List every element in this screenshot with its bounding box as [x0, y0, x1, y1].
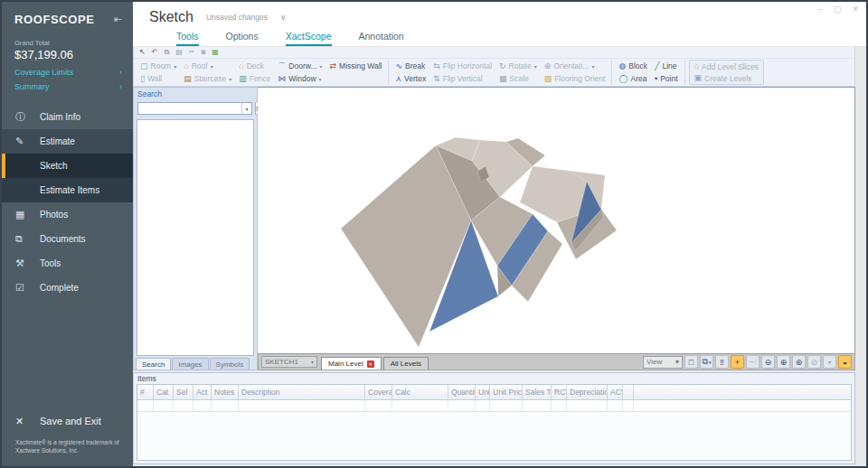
area-button[interactable]: ◯Area [616, 72, 650, 85]
pointer-icon[interactable]: ↖ [139, 49, 146, 56]
items-column-header[interactable]: RCV [552, 385, 567, 399]
items-column-header[interactable]: Sales Tax [523, 385, 552, 399]
sidebar-item-documents[interactable]: ⧉Documents [2, 227, 133, 251]
items-column-header[interactable]: Unit [476, 385, 490, 399]
vertex-button[interactable]: ⋏Vertex [392, 72, 429, 85]
minimize-button[interactable]: – [818, 5, 823, 14]
items-cell[interactable] [448, 400, 476, 411]
search-input[interactable] [138, 103, 241, 114]
level-tab-label: All Levels [391, 360, 421, 368]
view-mode-selector[interactable]: View ▾ [643, 356, 683, 369]
break-button[interactable]: ∿Break [392, 60, 429, 72]
items-column-header[interactable]: Notes [212, 385, 239, 399]
paste-icon[interactable]: ▤ [175, 49, 183, 56]
zoom-selected-button[interactable]: ⊘ [807, 355, 821, 369]
missing-wall-button[interactable]: ⇄Missing Wall [327, 60, 385, 72]
search-panel-tab-images[interactable]: Images [172, 358, 208, 370]
undo-icon[interactable]: ↶ [152, 49, 158, 56]
window-button[interactable]: ⋈Window▾ [275, 72, 325, 85]
items-cell[interactable] [623, 400, 634, 411]
items-column-header[interactable]: Description [239, 385, 365, 399]
sidebar-item-photos[interactable]: ▦Photos [2, 202, 133, 227]
tab-options[interactable]: Options [226, 31, 259, 46]
sketch-selector[interactable]: SKETCH1 ▾ [261, 356, 317, 368]
grid-icon[interactable]: ▦ [212, 49, 219, 56]
items-column-header[interactable]: Coverage [365, 385, 392, 399]
crosshair-button[interactable]: + [731, 355, 744, 369]
items-cell[interactable] [212, 400, 239, 411]
sidebar-item-tools[interactable]: ⚒Tools [2, 251, 133, 276]
sidebar-item-estimate[interactable]: ✎Estimate [2, 129, 133, 154]
items-column-header[interactable]: Calc [392, 385, 448, 399]
items-cell[interactable] [392, 400, 448, 411]
cut-icon[interactable]: ✂ [189, 49, 195, 56]
lock-icon[interactable]: ◙ [201, 49, 205, 56]
split-view-button[interactable]: ⧉▾ [700, 355, 713, 369]
close-button[interactable]: ✕ [852, 5, 859, 14]
items-cell[interactable] [174, 400, 193, 411]
scale-button: ▩Scale [496, 72, 540, 85]
sketch-canvas-column: SKETCH1 ▾ Main Level✕All Levels View ▾ □… [258, 87, 855, 370]
sidebar-link-summary[interactable]: Summary› [2, 80, 133, 94]
block-button[interactable]: ◍Block [616, 60, 650, 72]
items-cell[interactable] [239, 400, 365, 411]
items-column-header[interactable]: Cat [154, 385, 174, 399]
sketch-3d-canvas[interactable] [258, 87, 855, 354]
status-chevron-icon[interactable]: ∨ [280, 13, 287, 22]
copy-icon[interactable]: ⧉ [164, 49, 169, 56]
sidebar-collapse-icon[interactable]: ⇤ [114, 14, 122, 25]
items-cell[interactable] [365, 400, 392, 411]
search-panel-tab-symbols[interactable]: Symbols [210, 358, 250, 370]
sidebar-item-sketch[interactable]: Sketch [2, 154, 133, 178]
line-button[interactable]: ╱Line [652, 60, 681, 72]
items-column-header[interactable]: # [137, 385, 154, 399]
zoom-out-button[interactable]: ⊖ [761, 355, 775, 369]
blank-toggle-button[interactable]: ▫ [823, 355, 836, 369]
tab-annotation[interactable]: Annotation [359, 31, 404, 46]
items-cell[interactable] [567, 400, 608, 411]
maximize-button[interactable]: ▢ [834, 5, 842, 14]
items-cell[interactable] [476, 400, 490, 411]
doorw--button[interactable]: ⌒Doorw...▾ [275, 60, 325, 72]
items-column-header[interactable]: Sel [174, 385, 193, 399]
items-cell[interactable] [154, 400, 174, 411]
select-box-button[interactable]: □ [684, 355, 698, 369]
items-cell[interactable] [193, 400, 212, 411]
items-cell[interactable] [523, 400, 552, 411]
search-results-list[interactable] [137, 119, 254, 356]
items-cell[interactable] [552, 400, 567, 411]
close-tab-icon[interactable]: ✕ [367, 360, 374, 368]
window-icon: ⋈ [278, 75, 286, 83]
items-column-header[interactable]: Unit Price [490, 385, 523, 399]
sidebar-item-estimate-items[interactable]: Estimate Items [2, 178, 133, 202]
items-cell[interactable] [137, 400, 154, 411]
level-tab-all-levels[interactable]: All Levels [383, 357, 429, 370]
view-3d-button[interactable]: ◒ [838, 355, 852, 369]
chevron-down-icon: ▾ [174, 63, 176, 70]
chevron-down-icon: ▾ [229, 76, 231, 82]
sidebar-item-claim-info[interactable]: ⓘClaim Info [2, 105, 133, 129]
search-panel-tab-search[interactable]: Search [136, 358, 171, 370]
items-column-header[interactable]: Quantity [448, 385, 476, 399]
sidebar-link-coverage-limits[interactable]: Coverage Limits› [2, 65, 133, 80]
walk-view-button[interactable]: ‼ [715, 355, 729, 369]
items-column-header[interactable]: Depreciation [567, 385, 608, 399]
items-column-header[interactable]: Act [193, 385, 212, 399]
tab-xactscope[interactable]: XactScope [286, 31, 332, 46]
zoom-in-button[interactable]: ⊕ [777, 355, 790, 369]
zoom-window-button[interactable]: ⊛ [792, 355, 806, 369]
items-table-empty-row[interactable] [137, 400, 851, 412]
tab-tools[interactable]: Tools [176, 31, 199, 46]
search-input-dropdown-icon[interactable]: ▾ [241, 103, 251, 114]
items-cell[interactable] [608, 400, 623, 411]
save-and-exit-button[interactable]: ✕ Save and Exit [2, 408, 133, 435]
pan-hand-button[interactable]: ☜ [746, 355, 760, 369]
items-column-header[interactable]: ACV [608, 385, 623, 399]
close-x-icon: ✕ [15, 416, 40, 427]
items-cell[interactable] [490, 400, 523, 411]
sidebar-item-label: Documents [40, 234, 86, 244]
sidebar-item-complete[interactable]: ☑Complete [2, 276, 133, 300]
point-button[interactable]: •Point [652, 72, 681, 85]
items-column-header[interactable] [623, 385, 634, 399]
level-tab-main-level[interactable]: Main Level✕ [321, 357, 382, 370]
